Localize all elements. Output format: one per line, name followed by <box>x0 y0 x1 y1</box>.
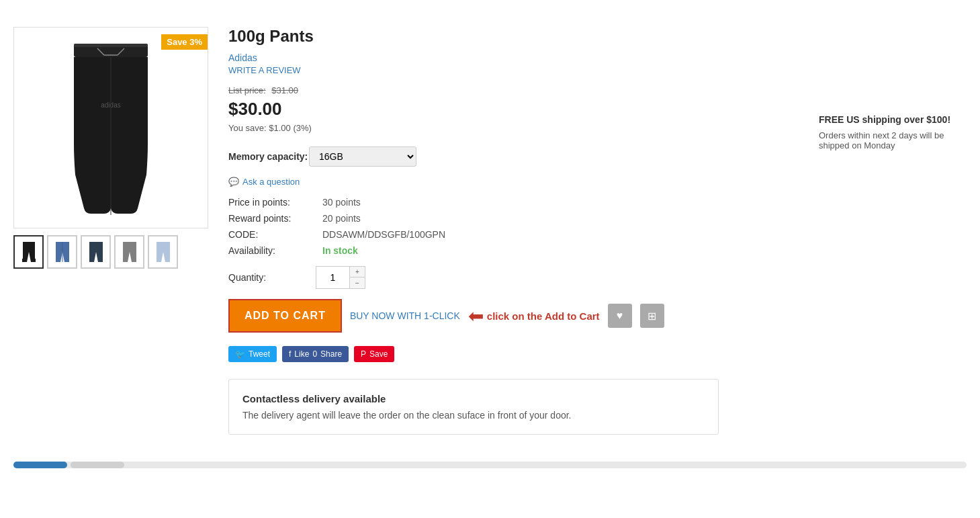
list-price-label: List price: <box>228 85 266 95</box>
quantity-section: Quantity: + − <box>228 266 799 289</box>
write-review-link[interactable]: WRITE A REVIEW <box>228 65 799 75</box>
thumbnail-3[interactable] <box>81 235 111 269</box>
fb-share-label: Share <box>320 349 342 359</box>
compare-button[interactable]: ⊞ <box>640 304 664 328</box>
product-layout: Save 3% <box>13 13 967 448</box>
scrollbar-track <box>71 462 124 468</box>
thumbnail-5[interactable] <box>148 235 178 269</box>
social-row: 🐦 Tweet f Like 0 Share P Save <box>228 346 799 362</box>
memory-label: Memory capacity: <box>228 151 309 162</box>
quantity-input-wrapper: + − <box>316 266 365 289</box>
availability-label: Availability: <box>228 245 316 256</box>
delivery-title: Contactless delivery available <box>242 393 705 404</box>
list-price: List price: $31.00 <box>228 85 799 95</box>
product-main-image: adidas <box>60 40 161 215</box>
main-image-wrapper: Save 3% <box>13 27 208 228</box>
product-details: 100g Pants Adidas WRITE A REVIEW List pr… <box>228 27 799 435</box>
facebook-like-button[interactable]: f Like 0 Share <box>282 346 349 362</box>
pinterest-label: Save <box>369 349 388 359</box>
brand-link[interactable]: Adidas <box>228 52 257 63</box>
arrow-annotation: ⬅ click on the Add to Cart <box>468 305 600 327</box>
product-title: 100g Pants <box>228 27 799 46</box>
fb-count: 0 <box>312 349 317 359</box>
reward-points-label: Reward points: <box>228 213 316 224</box>
thumbnail-4[interactable] <box>114 235 144 269</box>
chat-icon: 💬 <box>228 177 239 187</box>
pinterest-save-button[interactable]: P Save <box>354 346 394 362</box>
image-section: Save 3% <box>13 27 208 435</box>
heart-icon: ♥ <box>617 310 623 322</box>
memory-select[interactable]: 16GB 32GB 64GB <box>309 146 416 167</box>
thumbnails <box>13 235 208 269</box>
twitter-icon: 🐦 <box>235 349 245 359</box>
memory-option: Memory capacity: 16GB 32GB 64GB <box>228 146 799 167</box>
code-value: DDSAWM/DDSGFB/100GPN <box>322 229 799 240</box>
shipping-title: FREE US shipping over $100! <box>819 114 967 125</box>
price-in-points-value: 30 points <box>322 197 799 208</box>
tweet-button[interactable]: 🐦 Tweet <box>228 346 277 362</box>
wishlist-button[interactable]: ♥ <box>608 304 632 328</box>
svg-rect-5 <box>70 60 74 195</box>
ask-question-link[interactable]: 💬 Ask a question <box>228 177 799 187</box>
quantity-increment-button[interactable]: + <box>350 267 365 277</box>
delivery-box: Contactless delivery available The deliv… <box>228 379 719 435</box>
you-save: You save: $1.00 (3%) <box>228 123 799 133</box>
svg-rect-1 <box>74 44 148 47</box>
quantity-decrement-button[interactable]: − <box>350 277 365 288</box>
quantity-input[interactable] <box>316 267 350 288</box>
quantity-label: Quantity: <box>228 272 309 283</box>
list-price-value: $31.00 <box>271 85 298 95</box>
scrollbar-thumb <box>13 462 67 468</box>
save-badge: Save 3% <box>161 34 208 50</box>
svg-rect-6 <box>148 60 152 195</box>
annotation-text: click on the Add to Cart <box>487 310 600 322</box>
fb-like-label: Like <box>294 349 309 359</box>
arrow-icon: ⬅ <box>468 305 484 327</box>
price-in-points-label: Price in points: <box>228 197 316 208</box>
delivery-text: The delivery agent will leave the order … <box>242 410 705 421</box>
product-meta: Price in points: 30 points Reward points… <box>228 197 799 256</box>
pinterest-icon: P <box>361 349 366 359</box>
shipping-text: Orders within next 2 days will be shippe… <box>819 130 967 150</box>
ask-question-label: Ask a question <box>242 177 300 187</box>
tweet-label: Tweet <box>249 349 270 359</box>
thumbnail-2[interactable] <box>47 235 77 269</box>
current-price: $30.00 <box>228 99 799 120</box>
availability-value: In stock <box>322 245 799 256</box>
quantity-spinners: + − <box>350 267 365 288</box>
shipping-sidebar: FREE US shipping over $100! Orders withi… <box>819 27 967 435</box>
code-label: CODE: <box>228 229 316 240</box>
compare-icon: ⊞ <box>648 310 656 322</box>
page-wrapper: Save 3% <box>0 0 980 482</box>
scrollbar-area[interactable] <box>13 462 967 468</box>
svg-rect-9 <box>21 242 23 259</box>
facebook-icon: f <box>289 349 291 359</box>
thumbnail-1[interactable] <box>13 235 44 269</box>
buy-now-button[interactable]: BUY NOW WITH 1-CLICK <box>350 310 460 321</box>
add-to-cart-button[interactable]: ADD TO CART <box>228 299 342 333</box>
action-row: ADD TO CART BUY NOW WITH 1-CLICK ⬅ click… <box>228 299 799 333</box>
svg-rect-10 <box>35 242 37 259</box>
reward-points-value: 20 points <box>322 213 799 224</box>
